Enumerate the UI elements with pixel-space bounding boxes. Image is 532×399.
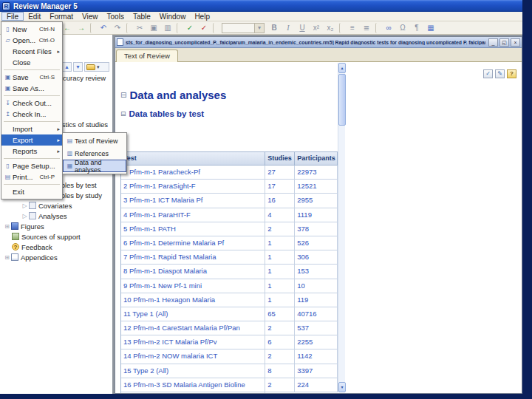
menu-import[interactable]: Import ▸ <box>1 123 62 134</box>
menu-close[interactable]: Close <box>1 57 62 68</box>
submenu-arrow-icon: ▸ <box>55 137 60 143</box>
menu-save-as[interactable]: ▣ Save As... <box>1 83 62 94</box>
align-icon[interactable]: ≡ <box>346 22 359 33</box>
table-row[interactable]: 4 Pfm-m-1 ParaHIT-F 4 1119 <box>121 208 338 222</box>
subscript-icon[interactable]: x₂ <box>324 22 337 33</box>
underline-icon[interactable]: U <box>296 22 309 33</box>
titlebar: R Review Manager 5 <box>0 0 522 12</box>
table-row[interactable]: 10 Pfm-m-1 Hexagon Malaria 1 119 <box>121 293 338 307</box>
edit-note-icon[interactable]: ✎ <box>495 69 505 78</box>
checklist-icon[interactable]: ✓ <box>483 69 493 78</box>
menu-new[interactable]: ▯ New Ctrl-N <box>1 24 62 35</box>
scrollbar-thumb[interactable] <box>338 74 346 126</box>
validation-icon[interactable]: ✓ <box>197 22 211 33</box>
chevron-down-icon: ▾ <box>97 64 100 70</box>
menu-print[interactable]: ▤ Print... Ctrl-P <box>1 171 62 183</box>
redo-icon[interactable]: ↷ <box>111 22 124 33</box>
scroll-up-icon[interactable]: ▴ <box>338 63 346 73</box>
app-title: Review Manager 5 <box>13 2 78 10</box>
bold-icon[interactable]: B <box>267 22 281 33</box>
table-row[interactable]: 7 Pfm-m-1 Rapid Test Malaria 1 306 <box>121 250 338 265</box>
menu-item-icon: ↥ <box>3 111 13 117</box>
tree-item-sources-of-support[interactable]: Sources of support <box>0 231 113 242</box>
table-row[interactable]: 12 Pfm-m-4 CareStart Malaria Pf/Pan 2 53… <box>121 321 338 335</box>
table-row[interactable]: 17 Pfm-m-3 <box>121 392 338 393</box>
menu-window[interactable]: Window <box>155 12 191 21</box>
vertical-scrollbar[interactable]: ▴ ▾ <box>338 63 345 392</box>
tree-item-covariates[interactable]: ▷ Covariates <box>0 200 113 211</box>
table-row[interactable]: 2 Pfm-m-1 ParaSight-F 17 12521 <box>121 180 338 194</box>
table-row[interactable]: 9 Pfm-m-1 New Pf-1 mini 1 10 <box>121 279 338 293</box>
move-down-icon[interactable]: ▼ <box>73 62 83 72</box>
main-toolbar: ▯▱▤←→↶↷✂▣▥✓✓ ▾ BIUx²x₂≡≣∞Ω¶▦ <box>0 21 522 35</box>
table-row[interactable]: 3 Pfm-m-1 ICT Malaria Pf 16 2955 <box>121 194 338 208</box>
tree-item-feedback[interactable]: Feedback <box>0 242 113 252</box>
cut-icon[interactable]: ✂ <box>133 22 146 33</box>
table-row[interactable]: 5 Pfm-m-1 PATH 2 378 <box>121 222 338 236</box>
menu-item-icon: ▣ <box>3 74 13 81</box>
menu-view[interactable]: View <box>78 12 103 21</box>
menu-open[interactable]: ▱ Open... Ctrl-O <box>1 35 62 46</box>
menu-edit[interactable]: Edit <box>24 12 45 21</box>
table-row[interactable]: 8 Pfm-m-1 Diaspot Malaria 1 153 <box>121 265 338 279</box>
menu-exit[interactable]: Exit <box>1 186 62 197</box>
menu-format[interactable]: Format <box>45 12 78 21</box>
table-row[interactable]: 16 Pfm-m-3 SD Malaria Antigen Bioline 2 … <box>121 378 338 392</box>
submenu-references[interactable]: ▥ References <box>63 147 126 160</box>
pilcrow-icon[interactable]: ¶ <box>410 22 423 33</box>
list-icon[interactable]: ≣ <box>360 22 373 33</box>
minimize-icon[interactable]: _ <box>488 38 498 47</box>
link-icon[interactable]: ∞ <box>382 22 395 33</box>
submenu-text-of-review[interactable]: ▤ Text of Review <box>63 134 126 147</box>
move-up-icon[interactable]: ▲ <box>62 62 72 72</box>
table-row[interactable]: 14 Pfm-m-2 NOW malaria ICT 2 1142 <box>121 349 338 364</box>
tree-item-label: Sources of support <box>21 233 81 241</box>
copy-icon[interactable]: ▣ <box>147 22 160 33</box>
folder-dropdown[interactable]: ▾ <box>84 62 109 72</box>
tree-item-appendices[interactable]: ⊞ Appendices <box>0 252 113 262</box>
document-titlebar[interactable]: sts_for_diagnosing_uncomplicated_P._falc… <box>115 37 522 48</box>
collapse-icon[interactable]: ⊟ <box>120 110 126 117</box>
superscript-icon[interactable]: x² <box>310 22 323 33</box>
tab-text-of-review[interactable]: Text of Review <box>116 50 178 62</box>
review-pane: ✓ ✎ ? ⊟ Data and analyses ⊟ Data tables … <box>115 62 522 393</box>
collapse-icon[interactable]: ⊟ <box>120 91 126 99</box>
menu-file[interactable]: File <box>1 12 24 21</box>
insert-symbol-icon[interactable]: Ω <box>396 22 409 33</box>
restore-icon[interactable]: ◱ <box>499 38 509 47</box>
undo-icon[interactable]: ↶ <box>97 22 110 33</box>
spellcheck-icon[interactable]: ✓ <box>183 22 197 33</box>
menu-check-out[interactable]: ↧ Check Out... <box>1 98 62 109</box>
paste-icon[interactable]: ▥ <box>161 22 174 33</box>
analyses-icon <box>29 212 36 219</box>
tree-item-figures[interactable]: ⊞ Figures <box>0 221 113 231</box>
document-icon <box>117 38 123 46</box>
menu-export[interactable]: Export ▸ <box>1 134 62 146</box>
menu-save[interactable]: ▣ Save Ctrl-S <box>1 72 62 83</box>
submenu-arrow-icon: ▸ <box>55 49 60 55</box>
menu-item-icon: ▤ <box>3 174 13 180</box>
style-combo[interactable]: ▾ <box>222 23 265 33</box>
tree-item-analyses[interactable]: ▷ Analyses <box>0 211 113 221</box>
chevron-down-icon[interactable]: ▾ <box>254 24 264 33</box>
menu-table[interactable]: Table <box>129 12 155 21</box>
table-row[interactable]: 6 Pfm-m-1 Determine Malaria Pf 1 526 <box>121 236 338 250</box>
menu-page-setup[interactable]: ▯ Page Setup... <box>1 160 62 171</box>
table-row[interactable]: 1 Pfm-m-1 Paracheck-Pf 27 22973 <box>121 166 338 180</box>
menu-check-in[interactable]: ↥ Check In... <box>1 109 62 120</box>
menu-tools[interactable]: Tools <box>103 12 129 21</box>
table-row[interactable]: 15 Type 2 (All) 8 3397 <box>121 364 338 378</box>
table-row[interactable]: 11 Type 1 (All) 65 40716 <box>121 307 338 321</box>
forward-icon[interactable]: → <box>75 22 88 33</box>
style-combo-value <box>222 24 254 33</box>
menu-help[interactable]: Help <box>190 12 214 21</box>
submenu-data-and-analyses[interactable]: ▦ Data and analyses <box>63 160 126 172</box>
menu-reports[interactable]: Reports ▸ <box>1 146 62 157</box>
table-row[interactable]: 13 Pfm-m-2 ICT Malaria Pf/Pv 6 2255 <box>121 335 338 349</box>
menu-recent-files[interactable]: Recent Files ▸ <box>1 46 62 57</box>
close-icon[interactable]: × <box>511 38 520 47</box>
insert-table-icon[interactable]: ▦ <box>424 22 437 33</box>
italic-icon[interactable]: I <box>282 22 295 33</box>
scroll-down-icon[interactable]: ▾ <box>338 382 346 392</box>
help-icon[interactable]: ? <box>507 69 516 78</box>
